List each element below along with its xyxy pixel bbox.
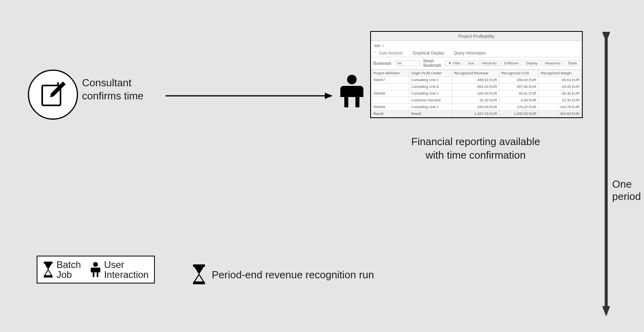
timeline-arrow-icon <box>601 32 611 318</box>
report-table: Project definition Origin Profit Center … <box>371 70 582 117</box>
legend: Batch Job User Interaction <box>37 256 155 283</box>
legend-batch-job: Batch Job <box>43 260 81 280</box>
table-row: SW008Consulting Unit A-100.00 EUR60.61 E… <box>371 90 582 97</box>
text: Job <box>57 269 72 280</box>
tab-data-analysis[interactable]: Data Analysis <box>379 51 403 55</box>
report-caption: Financial reporting available with time … <box>370 135 581 162</box>
flow-arrow-icon <box>166 91 333 101</box>
table-row: Consulting Unit B-651.00 EUR507.00 EUR-4… <box>371 83 582 90</box>
hierarchy-button[interactable]: Hierarchy <box>479 60 500 66</box>
consultant-label: Consultant confirms time <box>82 76 144 102</box>
bookmark-select[interactable]: Ini <box>395 60 420 66</box>
legend-user-interaction: User Interaction <box>90 260 148 280</box>
filter-button[interactable]: ▼ Filter <box>445 60 463 66</box>
display-button[interactable]: Display <box>523 60 541 66</box>
table-row: Customer Dev.test22.30 EUR0.00 EUR22.30 … <box>371 97 582 104</box>
periodend-label: Period-end revenue recognition run <box>212 269 374 281</box>
text: with time confirmation <box>425 149 525 161</box>
svg-marker-1 <box>57 82 59 85</box>
text: Consultant <box>82 77 131 89</box>
svg-point-11 <box>93 262 98 267</box>
report-tabs: ˅ Data Analysis Graphical Display Query … <box>371 49 582 57</box>
table-row: SW009Consulting Unit A-220.00 EUR176.22 … <box>371 104 582 111</box>
reset-bookmark-button[interactable]: Reset Bookmark <box>423 59 441 68</box>
report-screenshot: Project Profitability sav ⊙ ˅ Data Analy… <box>370 31 583 118</box>
col-recognized-cos: Recognized COS <box>499 70 539 77</box>
svg-marker-8 <box>602 306 610 316</box>
col-recognized-revenue: Recognized Revenue <box>452 70 499 77</box>
person-icon <box>340 74 364 108</box>
tab-graphical-display[interactable]: Graphical Display <box>413 51 444 55</box>
svg-marker-6 <box>602 32 610 37</box>
col-recognized-margin: Recognized Margin <box>539 70 582 77</box>
svg-marker-4 <box>325 93 333 99</box>
sort-button[interactable]: Sort <box>465 60 477 66</box>
person-icon <box>90 262 101 278</box>
svg-rect-12 <box>193 264 205 267</box>
svg-rect-9 <box>44 262 53 264</box>
report-title: Project Profitability <box>371 32 582 41</box>
timeline-label: One period <box>612 178 644 203</box>
drilldown-button[interactable]: Drilldown <box>501 60 521 66</box>
table-row: SW007Consulting Unit A-388.63 EUR289.00 … <box>371 77 582 83</box>
text: confirms time <box>82 90 144 102</box>
measures-button[interactable]: Measures <box>542 60 564 66</box>
text: Financial reporting available <box>411 136 540 148</box>
text: Interaction <box>104 269 148 280</box>
report-saved-hint: sav ⊙ <box>371 41 582 49</box>
totals-button[interactable]: Totals <box>565 60 580 66</box>
hourglass-icon <box>43 262 53 278</box>
edit-note-icon <box>28 70 78 120</box>
text: User <box>104 259 124 270</box>
col-project-definition: Project definition <box>371 70 409 77</box>
col-origin-profit-center: Origin Profit Center <box>409 70 452 77</box>
bookmark-label: Bookmark: <box>373 61 392 66</box>
svg-rect-7 <box>605 37 608 306</box>
table-result-row: ResultResult-1,337.33 EUR1,032.83 EUR-30… <box>371 111 582 117</box>
tab-query-information[interactable]: Query Information <box>454 51 486 55</box>
report-toolbar: Bookmark: Ini Reset Bookmark ▼ Filter So… <box>371 57 582 70</box>
text: Batch <box>57 259 81 270</box>
hourglass-icon <box>192 264 206 284</box>
svg-point-5 <box>347 75 357 84</box>
